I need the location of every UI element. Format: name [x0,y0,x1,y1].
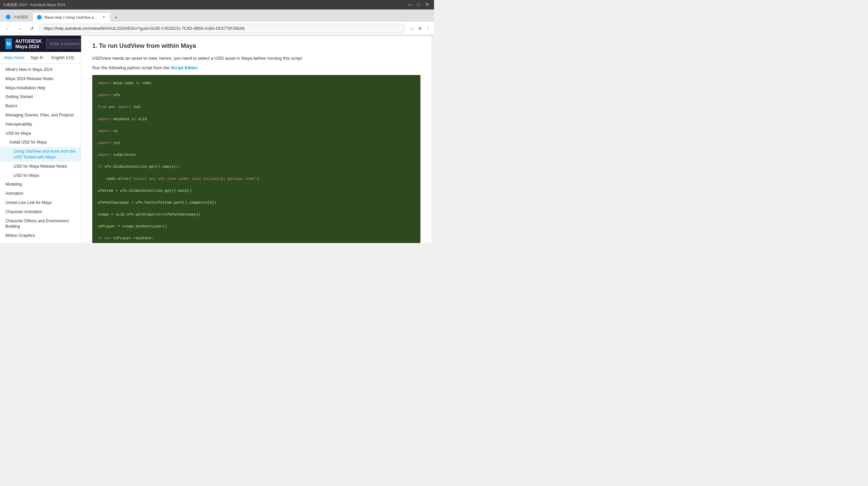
tab-favicon-help [37,15,42,20]
sidebar-item-0[interactable]: What's New in Maya 2024 [0,65,81,74]
tab-label-maya: 大纲视图 [13,15,28,20]
title-bar-left: 大纲视图 2024 - Autodesk Maya 2024 [3,2,65,7]
sidebar-nav: What's New in Maya 2024Maya 2024 Release… [0,64,81,243]
tab-label-help: Maya Help | Using UsdView and ... [44,15,99,19]
new-tab-button[interactable]: + [112,14,120,22]
maximize-button[interactable]: □ [415,2,422,8]
page-wrapper: M AUTODESK Maya 2024 Help Home Sign In E… [0,36,434,243]
sidebar-item-8[interactable]: Install USD for Maya [0,138,81,147]
address-bar: ← → ↺ ☆ ⚙ ⋮ [0,22,434,35]
tab-help[interactable]: Maya Help | Using UsdView and ... ✕ [33,12,111,22]
tab-close-button[interactable]: ✕ [101,15,106,20]
sidebar-item-4[interactable]: Basics [0,101,81,111]
sidebar-item-10[interactable]: USD for Maya Release Notes [0,162,81,171]
bookmark-icon[interactable]: ☆ [408,25,415,32]
sidebar-item-7[interactable]: USD for Maya [0,129,81,138]
refresh-button[interactable]: ↺ [27,24,37,33]
sidebar-item-2[interactable]: Maya Installation Help [0,83,81,93]
sidebar-item-13[interactable]: Animation [0,189,81,198]
sidebar-item-14[interactable]: Unreal Live Link for Maya [0,198,81,207]
close-button[interactable]: ✕ [423,2,431,8]
minimize-button[interactable]: ─ [406,2,413,8]
browser-chrome: 大纲视图 2024 - Autodesk Maya 2024 ─ □ ✕ 大纲视… [0,0,434,36]
main-area: M AUTODESK Maya 2024 Help Home Sign In E… [0,36,434,243]
autodesk-title: AUTODESK Maya 2024 [15,38,46,49]
sidebar-item-18[interactable]: Simulation and Effects [0,240,81,243]
scroll-track[interactable] [431,36,434,243]
menu-icon[interactable]: ⋮ [425,25,431,32]
autodesk-header: M AUTODESK Maya 2024 [0,36,81,52]
header-right [46,39,81,49]
autodesk-logo: M [5,38,12,49]
back-button[interactable]: ← [3,24,12,33]
para2-suffix: : [197,65,199,70]
keyword-search[interactable] [46,39,81,49]
address-input[interactable] [39,24,406,33]
sidebar-item-5[interactable]: Managing Scenes, Files, and Projects [0,111,81,120]
title-bar: 大纲视图 2024 - Autodesk Maya 2024 ─ □ ✕ [0,0,434,10]
sidebar-item-17[interactable]: Motion Graphics [0,231,81,240]
sign-in-button[interactable]: Sign In [28,54,46,61]
sidebar-item-12[interactable]: Modeling [0,180,81,189]
para2: Run the following python script from the… [92,64,420,71]
help-home-link[interactable]: Help Home [4,55,24,60]
tab-favicon-maya [6,15,11,19]
sidebar-item-9[interactable]: Using UsdView and more from the USD Tool… [0,147,81,162]
sidebar-item-11[interactable]: USD for Maya [0,171,81,180]
logo-area: M AUTODESK Maya 2024 [5,38,46,49]
para2-prefix: Run the following python script from the [92,65,171,70]
para1: USDView needs an asset to view, hence, y… [92,55,420,62]
script-editor-link[interactable]: Script Editor [171,65,197,70]
sidebar-item-16[interactable]: Character Effects and Environment Buildi… [0,217,81,231]
doc-sidebar: M AUTODESK Maya 2024 Help Home Sign In E… [0,36,81,243]
extension-icon[interactable]: ⚙ [416,25,423,32]
sidebar-item-15[interactable]: Character Animation [0,207,81,217]
window-title: 大纲视图 2024 - Autodesk Maya 2024 [3,2,65,7]
header-actions: Sign In English (US) [28,54,77,61]
sidebar-item-1[interactable]: Maya 2024 Release Notes [0,74,81,83]
sidebar-item-3[interactable]: Getting Started [0,92,81,101]
logo-letter: M [7,41,11,46]
browser-toolbar: ☆ ⚙ ⋮ [408,25,431,32]
content-area: 1. To run UsdView from within Maya USDVi… [81,36,431,243]
tab-maya[interactable]: 大纲视图 [1,12,33,22]
page-heading: 1. To run UsdView from within Maya [92,42,420,50]
forward-button[interactable]: → [15,24,24,33]
tab-bar: 大纲视图 Maya Help | Using UsdView and ... ✕… [0,10,434,22]
title-bar-controls[interactable]: ─ □ ✕ [406,2,431,8]
code-block: import maya.cmds as cmds import ufe from… [92,75,420,243]
language-selector[interactable]: English (US) [49,54,77,61]
sidebar-item-6[interactable]: Interoperability [0,120,81,129]
help-header-bar: Help Home Sign In English (US) [0,52,81,64]
